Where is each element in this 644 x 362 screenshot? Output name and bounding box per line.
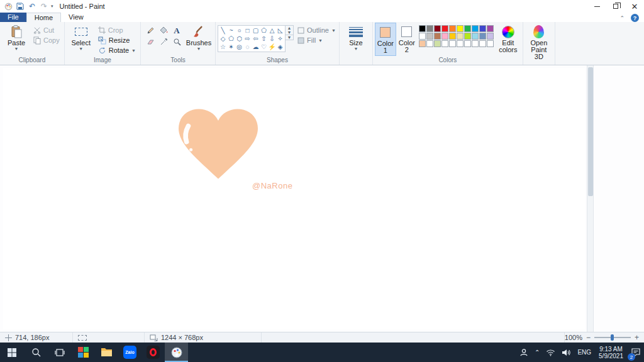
network-tray-button[interactable] [543, 343, 558, 362]
select-dropdown-icon[interactable]: ▼ [79, 47, 83, 51]
shape-four-point-star-icon[interactable]: ✧ [276, 35, 284, 43]
help-icon[interactable]: ? [631, 14, 639, 22]
palette-swatch[interactable] [419, 33, 426, 40]
palette-swatch[interactable] [479, 40, 486, 47]
shape-rounded-rectangle-icon[interactable]: ▢ [252, 26, 260, 35]
zoom-in-icon[interactable]: + [635, 334, 639, 341]
task-view-button[interactable] [48, 343, 72, 362]
palette-swatch[interactable] [426, 40, 433, 47]
collapse-ribbon-icon[interactable]: ⌃ [619, 15, 625, 21]
paste-dropdown-icon[interactable]: ▼ [14, 47, 19, 51]
select-button[interactable]: Select ▼ [67, 23, 96, 52]
shape-pentagon-icon[interactable]: ⬠ [227, 35, 235, 43]
shape-diamond-alt-icon[interactable]: ◈ [276, 43, 284, 51]
shape-oval-callout-icon[interactable]: ◌ [243, 43, 252, 51]
cut-button[interactable]: Cut [31, 25, 62, 35]
text-tool-icon[interactable]: A [170, 25, 183, 36]
eraser-tool-icon[interactable] [144, 36, 157, 47]
open-paint3d-button[interactable]: Open Paint 3D [525, 23, 553, 62]
shape-curve-icon[interactable]: ~ [227, 26, 235, 35]
redo-button[interactable]: ↷ [39, 1, 49, 11]
volume-tray-button[interactable] [558, 343, 574, 362]
tab-home[interactable]: Home [26, 13, 61, 22]
palette-swatch[interactable] [457, 40, 464, 47]
shape-outline-button[interactable]: Outline ▼ [297, 26, 336, 34]
crop-button[interactable]: Crop [96, 25, 138, 35]
color2-button[interactable]: Color 2 [396, 23, 418, 55]
palette-swatch[interactable] [472, 33, 479, 40]
palette-swatch[interactable] [441, 33, 448, 40]
magnifier-tool-icon[interactable] [170, 36, 183, 47]
action-center-button[interactable]: 2 [628, 343, 644, 362]
palette-swatch[interactable] [434, 25, 441, 32]
undo-button[interactable]: ↶ [27, 1, 37, 11]
palette-swatch[interactable] [434, 40, 441, 47]
palette-swatch[interactable] [479, 25, 486, 32]
taskbar-search-button[interactable] [24, 343, 48, 362]
shape-fill-button[interactable]: Fill ▼ [297, 36, 336, 44]
shape-down-arrow-icon[interactable]: ⇩ [268, 35, 276, 43]
language-indicator[interactable]: ENG [574, 343, 594, 362]
palette-swatch[interactable] [434, 33, 441, 40]
size-dropdown-icon[interactable]: ▼ [353, 47, 358, 51]
shape-rounded-callout-icon[interactable]: ◎ [235, 43, 243, 51]
palette-swatch[interactable] [479, 33, 486, 40]
palette-swatch[interactable] [426, 25, 433, 32]
minimize-button[interactable] [587, 0, 606, 13]
palette-swatch[interactable] [449, 40, 456, 47]
shape-heart-icon[interactable]: ♡ [260, 43, 268, 51]
color1-button[interactable]: Color 1 [375, 23, 396, 56]
clock[interactable]: 9:13 AM 5/9/2021 [594, 346, 628, 359]
shape-oval-icon[interactable]: ○ [235, 26, 243, 35]
palette-swatch[interactable] [464, 25, 471, 32]
pencil-tool-icon[interactable] [144, 25, 157, 36]
palette-swatch[interactable] [464, 33, 471, 40]
taskbar-app-paint[interactable] [165, 343, 188, 362]
resize-button[interactable]: Resize [96, 35, 138, 45]
taskbar-app-file-explorer[interactable] [95, 343, 118, 362]
tab-view[interactable]: View [61, 13, 91, 22]
color-picker-tool-icon[interactable] [157, 36, 170, 47]
restore-button[interactable] [606, 0, 625, 13]
shape-up-arrow-icon[interactable]: ⇧ [260, 35, 268, 43]
palette-swatch[interactable] [464, 40, 471, 47]
copy-button[interactable]: Copy [31, 35, 62, 45]
start-button[interactable] [0, 343, 24, 362]
taskbar-app-colored-grid[interactable] [72, 343, 95, 362]
palette-swatch[interactable] [419, 40, 426, 47]
taskbar-app-opera[interactable] [142, 343, 165, 362]
size-button[interactable]: Size ▼ [341, 23, 370, 52]
palette-swatch[interactable] [441, 40, 448, 47]
palette-swatch[interactable] [472, 40, 479, 47]
shape-gallery-more-icon[interactable]: ▼ [286, 35, 293, 40]
close-button[interactable]: ✕ [625, 0, 644, 13]
drawing-canvas[interactable]: @NaRone [3, 68, 585, 329]
paste-button[interactable]: Paste ▼ [2, 23, 31, 52]
shape-scroll-down-icon[interactable]: ▼ [286, 30, 293, 35]
shape-hexagon-icon[interactable]: ⬡ [235, 35, 243, 43]
tab-file[interactable]: File [0, 13, 26, 22]
edit-colors-button[interactable]: Edit colors [496, 23, 521, 55]
palette-swatch[interactable] [472, 25, 479, 32]
shape-diamond-icon[interactable]: ◇ [219, 35, 227, 43]
shape-six-point-star-icon[interactable]: ✶ [227, 43, 235, 51]
shape-scroll-up-icon[interactable]: ▲ [286, 26, 293, 30]
zoom-out-icon[interactable]: − [586, 334, 591, 341]
brushes-button[interactable]: Brushes ▼ [184, 23, 213, 52]
shape-left-arrow-icon[interactable]: ⇦ [252, 35, 260, 43]
zoom-slider[interactable] [594, 337, 631, 338]
shape-triangle-icon[interactable]: △ [268, 26, 276, 35]
palette-swatch[interactable] [426, 33, 433, 40]
vertical-scrollbar[interactable] [587, 65, 594, 332]
fill-dropdown-icon[interactable]: ▼ [318, 38, 323, 43]
vertical-scrollbar-thumb[interactable] [588, 67, 593, 196]
palette-swatch[interactable] [457, 25, 464, 32]
taskbar-app-zalo[interactable]: Zalo [118, 343, 142, 362]
shape-polygon-icon[interactable]: ⬠ [260, 26, 268, 35]
customize-quick-access-icon[interactable]: ▾ [51, 4, 53, 9]
shape-right-arrow-icon[interactable]: ⇨ [243, 35, 252, 43]
fill-with-color-tool-icon[interactable] [157, 25, 170, 36]
rotate-dropdown-icon[interactable]: ▼ [131, 48, 136, 53]
zoom-slider-thumb[interactable] [611, 334, 614, 341]
shape-lightning-icon[interactable]: ⚡ [268, 43, 276, 51]
